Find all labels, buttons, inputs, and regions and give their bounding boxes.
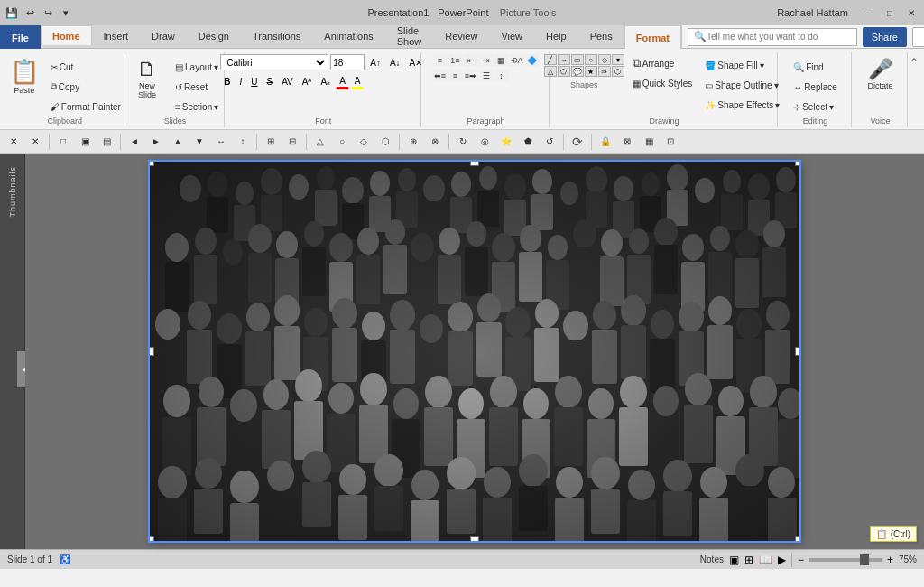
tb-target[interactable]: ◎ xyxy=(475,133,494,151)
tb-down[interactable]: ▼ xyxy=(189,133,209,151)
shape-line[interactable]: ╱ xyxy=(544,54,557,65)
minimize-button[interactable]: – xyxy=(859,5,877,20)
resize-handle-br[interactable] xyxy=(795,536,799,541)
accessibility-check-button[interactable]: ♿ xyxy=(60,554,70,564)
font-size-input[interactable] xyxy=(330,54,365,70)
tab-animations[interactable]: Animations xyxy=(312,25,384,45)
align-center-button[interactable]: ≡ xyxy=(448,70,463,82)
redo-button[interactable]: ↪ xyxy=(40,5,56,21)
tab-transitions[interactable]: Transitions xyxy=(241,25,312,45)
columns-button[interactable]: ▦ xyxy=(494,54,509,67)
tb-lock[interactable]: 🔒 xyxy=(596,133,615,151)
decrease-indent-button[interactable]: ⇤ xyxy=(464,54,478,67)
line-spacing-button[interactable]: ↕ xyxy=(494,70,509,82)
tb-x2[interactable]: ✕ xyxy=(25,133,45,151)
copy-button[interactable]: ⧉ Copy xyxy=(46,78,125,96)
share-button[interactable]: Share xyxy=(863,27,907,47)
quick-styles-button[interactable]: ▦ Quick Styles xyxy=(628,74,698,92)
tb-dotgrid[interactable]: ⊡ xyxy=(661,133,680,151)
paste-button[interactable]: 📋 Paste xyxy=(5,54,44,108)
zoom-thumb[interactable] xyxy=(860,554,869,565)
layout-button[interactable]: ▤ Layout ▾ xyxy=(171,58,223,76)
tb-circle[interactable]: ○ xyxy=(332,133,352,151)
save-button[interactable]: 💾 xyxy=(4,5,20,21)
char-size-inc-button[interactable]: Aᴬ xyxy=(299,73,316,89)
tab-draw[interactable]: Draw xyxy=(140,25,187,45)
normal-view-button[interactable]: ▣ xyxy=(729,553,739,566)
tb-diamond[interactable]: ◇ xyxy=(354,133,374,151)
tb-grid2[interactable]: ▦ xyxy=(639,133,659,151)
search-input[interactable] xyxy=(707,32,851,42)
convert-smartart-button[interactable]: 🔷 xyxy=(525,54,540,67)
tb-vert[interactable]: ↕ xyxy=(233,133,253,151)
justify-button[interactable]: ☰ xyxy=(479,70,494,82)
font-name-select[interactable]: Calibri xyxy=(220,54,328,70)
shape-rect[interactable]: ▭ xyxy=(571,54,584,65)
text-highlight-button[interactable]: A xyxy=(351,73,365,89)
new-slide-button[interactable]: 🗋 New Slide xyxy=(127,54,167,108)
increase-indent-button[interactable]: ⇥ xyxy=(479,54,494,67)
maximize-button[interactable]: □ xyxy=(881,5,899,20)
tb-up[interactable]: ▲ xyxy=(168,133,188,151)
slide-area[interactable]: 📋 (Ctrl) xyxy=(25,154,924,549)
zoom-out-button[interactable]: − xyxy=(798,554,804,566)
select-button[interactable]: ⊹ Select ▾ xyxy=(789,98,838,116)
resize-handle-tm[interactable] xyxy=(470,162,479,166)
font-color-button[interactable]: A xyxy=(336,73,349,89)
tb-right[interactable]: ► xyxy=(146,133,166,151)
format-painter-button[interactable]: 🖌 Format Painter xyxy=(46,98,125,116)
tb-polygon[interactable]: ⬟ xyxy=(518,133,538,151)
tab-design[interactable]: Design xyxy=(187,25,241,45)
resize-handle-mr[interactable] xyxy=(795,347,799,356)
find-button[interactable]: 🔍 Find xyxy=(789,58,827,76)
shape-flow[interactable]: ⬡ xyxy=(612,66,624,77)
shape-effects-button[interactable]: ✨ Shape Effects ▾ xyxy=(700,96,784,114)
bold-button[interactable]: B xyxy=(220,73,234,89)
section-button[interactable]: ≡ Section ▾ xyxy=(171,98,223,116)
tb-x3[interactable]: ⊗ xyxy=(425,133,445,151)
resize-handle-tr[interactable] xyxy=(795,162,799,166)
tb-grid[interactable]: ▣ xyxy=(75,133,95,151)
tb-left[interactable]: ◄ xyxy=(125,133,144,151)
tb-star[interactable]: ⭐ xyxy=(496,133,516,151)
tb-table[interactable]: ⊠ xyxy=(617,133,637,151)
zoom-slider[interactable] xyxy=(809,558,882,562)
tb-hexagon[interactable]: ⬡ xyxy=(375,133,395,151)
align-left-button[interactable]: ⬅≡ xyxy=(433,70,448,82)
shape-outline-button[interactable]: ▭ Shape Outline ▾ xyxy=(700,76,784,94)
tb-horiz[interactable]: ↔ xyxy=(211,133,231,151)
shape-more[interactable]: ▾ xyxy=(612,54,624,65)
zoom-in-button[interactable]: + xyxy=(887,554,893,566)
tab-slideshow[interactable]: Slide Show xyxy=(385,25,434,45)
shape-callout[interactable]: 💬 xyxy=(571,66,584,77)
shape-triangle[interactable]: △ xyxy=(544,66,557,77)
tb-shadow[interactable]: ⊞ xyxy=(261,133,281,151)
text-direction-button[interactable]: ⟲A xyxy=(510,54,524,67)
shape-pentagon[interactable]: ⬠ xyxy=(558,66,570,77)
resize-handle-tl[interactable] xyxy=(150,162,154,166)
resize-handle-bm[interactable] xyxy=(470,536,479,541)
tb-rotate-cw[interactable]: ↻ xyxy=(453,133,473,151)
tab-home[interactable]: Home xyxy=(41,25,92,45)
tab-format[interactable]: Format xyxy=(624,25,681,49)
shape-diamond[interactable]: ◇ xyxy=(598,54,611,65)
tb-rotate-ccw[interactable]: ↺ xyxy=(540,133,559,151)
replace-button[interactable]: ↔ Replace xyxy=(789,78,842,96)
numbering-button[interactable]: 1≡ xyxy=(448,54,463,67)
shape-block-arrow[interactable]: ⇒ xyxy=(598,66,611,77)
close-button[interactable]: ✕ xyxy=(902,5,920,20)
char-size-dec-button[interactable]: Aₐ xyxy=(317,73,334,89)
tab-file[interactable]: File xyxy=(0,25,41,49)
align-right-button[interactable]: ≡➡ xyxy=(464,70,478,82)
shape-arrow[interactable]: → xyxy=(558,54,570,65)
slide-image[interactable] xyxy=(150,162,799,541)
decrease-font-size-button[interactable]: A↓ xyxy=(386,54,404,70)
tab-view[interactable]: View xyxy=(489,25,534,45)
tab-pens[interactable]: Pens xyxy=(578,25,624,45)
bullets-button[interactable]: ≡ xyxy=(433,54,448,67)
tab-insert[interactable]: Insert xyxy=(92,25,141,45)
slide-sorter-button[interactable]: ⊞ xyxy=(744,553,753,566)
tab-help[interactable]: Help xyxy=(534,25,578,45)
tb-plus[interactable]: ⊕ xyxy=(403,133,423,151)
tab-review[interactable]: Review xyxy=(433,25,489,45)
